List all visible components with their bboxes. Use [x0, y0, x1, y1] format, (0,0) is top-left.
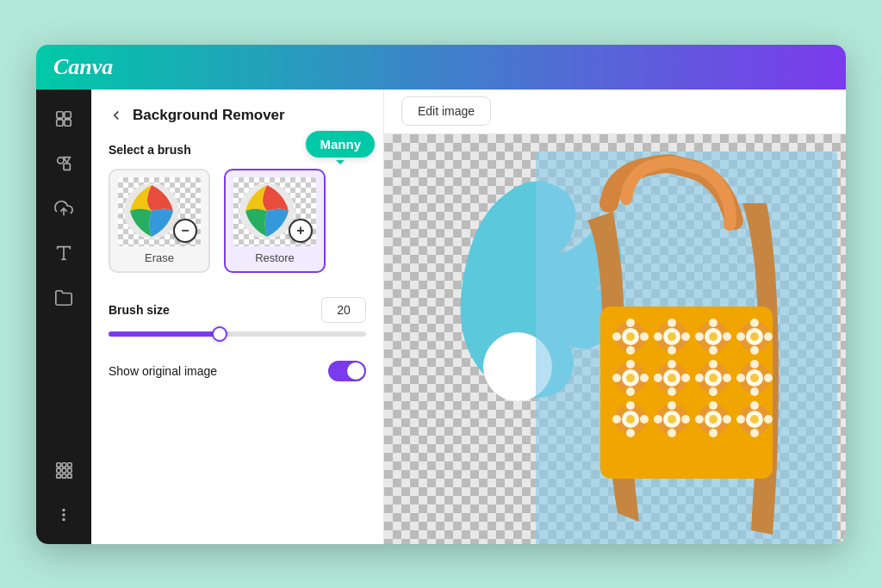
- brush-erase-card[interactable]: − Erase: [109, 169, 210, 273]
- app-body: Background Remover Select a brush Manny: [36, 90, 846, 544]
- sidebar-item-text[interactable]: [45, 234, 83, 272]
- svg-point-68: [668, 387, 676, 396]
- sidebar-item-apps[interactable]: [45, 451, 83, 489]
- svg-point-20: [63, 509, 65, 511]
- svg-point-21: [63, 518, 65, 520]
- svg-point-39: [668, 319, 676, 327]
- svg-point-104: [695, 415, 704, 424]
- svg-point-63: [640, 374, 649, 382]
- svg-rect-13: [57, 468, 61, 473]
- svg-point-83: [736, 374, 745, 382]
- svg-rect-5: [64, 164, 70, 170]
- svg-point-38: [668, 332, 676, 341]
- svg-point-95: [668, 401, 676, 410]
- svg-point-91: [640, 415, 649, 424]
- svg-point-96: [668, 429, 676, 437]
- svg-point-101: [709, 415, 717, 424]
- svg-point-108: [750, 415, 759, 424]
- svg-point-69: [654, 374, 662, 382]
- panel: Background Remover Select a brush Manny: [91, 90, 384, 544]
- svg-rect-2: [57, 119, 63, 125]
- svg-rect-10: [57, 462, 61, 467]
- restore-label: Restore: [255, 251, 295, 264]
- restore-icon-overlay: +: [289, 219, 313, 243]
- svg-point-48: [695, 332, 704, 341]
- svg-point-77: [723, 374, 731, 382]
- svg-point-88: [626, 401, 635, 410]
- brush-options: Manny: [109, 169, 366, 273]
- svg-rect-15: [68, 468, 72, 473]
- show-original-toggle[interactable]: [328, 361, 366, 381]
- canvas-checker: [384, 134, 846, 544]
- brush-size-slider[interactable]: [109, 331, 366, 337]
- svg-point-76: [695, 374, 704, 382]
- brush-erase-preview: −: [118, 177, 201, 246]
- app-window: Canva: [36, 45, 846, 544]
- svg-point-33: [626, 346, 635, 355]
- sidebar-item-layout[interactable]: [45, 100, 83, 138]
- brush-size-label: Brush size: [109, 303, 170, 317]
- sidebar-item-more[interactable]: [45, 496, 83, 534]
- svg-rect-18: [68, 473, 72, 478]
- edit-image-button[interactable]: Edit image: [401, 96, 491, 126]
- svg-point-61: [626, 387, 635, 396]
- svg-point-102: [709, 401, 717, 410]
- svg-point-111: [736, 415, 745, 424]
- handbag-svg: [536, 152, 837, 544]
- sidebar: [36, 90, 91, 544]
- svg-point-55: [736, 332, 745, 341]
- svg-marker-6: [64, 157, 70, 162]
- sidebar-item-projects[interactable]: [45, 279, 83, 317]
- handbag-container: [536, 152, 837, 544]
- slider-thumb: [212, 326, 227, 342]
- canvas-area: Edit image: [384, 90, 846, 544]
- svg-point-89: [626, 429, 635, 437]
- sidebar-item-uploads[interactable]: [45, 189, 83, 227]
- back-button[interactable]: [109, 108, 124, 123]
- svg-point-46: [709, 319, 717, 327]
- svg-point-66: [668, 374, 676, 382]
- svg-point-70: [681, 374, 690, 382]
- panel-title: Background Remover: [133, 107, 285, 124]
- canvas-toolbar: Edit image: [384, 90, 846, 134]
- svg-rect-0: [57, 111, 63, 117]
- svg-point-74: [709, 360, 717, 368]
- svg-point-53: [750, 319, 759, 327]
- svg-rect-12: [68, 462, 72, 467]
- svg-point-82: [750, 387, 759, 396]
- svg-point-31: [626, 332, 635, 341]
- svg-point-49: [723, 332, 731, 341]
- svg-point-34: [612, 332, 621, 341]
- svg-point-105: [723, 415, 731, 424]
- brush-size-row: Brush size: [109, 297, 366, 323]
- svg-point-35: [640, 332, 649, 341]
- svg-point-59: [626, 374, 635, 382]
- brush-size-input[interactable]: [321, 297, 366, 323]
- svg-point-110: [750, 429, 759, 437]
- svg-point-73: [709, 374, 717, 382]
- svg-point-62: [612, 374, 621, 382]
- svg-point-84: [764, 374, 773, 382]
- svg-point-94: [668, 415, 676, 424]
- svg-rect-16: [57, 473, 61, 478]
- svg-point-80: [750, 374, 759, 382]
- svg-point-97: [654, 415, 662, 424]
- svg-point-75: [709, 387, 717, 396]
- canvas-content[interactable]: [384, 134, 846, 544]
- svg-point-112: [764, 415, 773, 424]
- tooltip-bubble: Manny: [306, 131, 375, 158]
- svg-point-90: [612, 415, 621, 424]
- sidebar-item-elements[interactable]: [45, 145, 83, 183]
- svg-point-81: [750, 360, 759, 368]
- svg-rect-11: [62, 462, 66, 467]
- svg-rect-3: [65, 119, 71, 125]
- svg-point-42: [681, 332, 690, 341]
- svg-point-103: [709, 429, 717, 437]
- brush-restore-card[interactable]: + Restore: [224, 169, 326, 273]
- svg-point-109: [750, 401, 759, 410]
- svg-rect-1: [65, 111, 71, 117]
- svg-rect-17: [62, 473, 66, 478]
- erase-label: Erase: [145, 251, 174, 264]
- svg-point-41: [654, 332, 662, 341]
- svg-point-52: [750, 332, 759, 341]
